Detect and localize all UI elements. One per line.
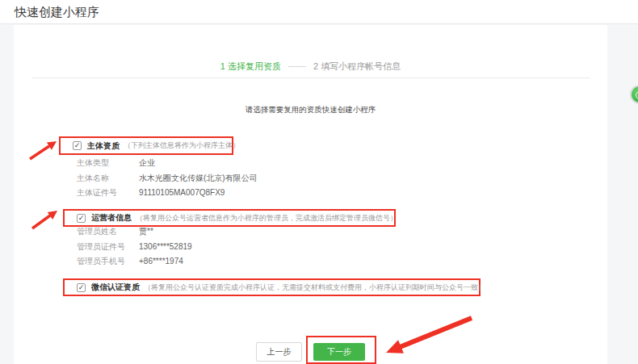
operator-checkbox[interactable]: ✓ [77, 214, 86, 223]
page-title: 快速创建小程序 [15, 0, 99, 24]
table-row: 主体证件号 91110105MA007Q8FX9 [77, 186, 258, 201]
table-row: 管理员姓名 贾** [77, 224, 192, 240]
step-1-label: 1 选择复用资质 [220, 61, 281, 73]
floating-helper-button[interactable] [630, 85, 638, 104]
prompt-text: 请选择需要复用的资质快速创建小程序 [14, 105, 607, 115]
detail-label: 主体证件号 [77, 186, 139, 201]
section-subject-qualification: ✓ 主体资质 （下列主体信息将作为小程序主体） [59, 136, 233, 155]
screen: 快速创建小程序 1 选择复用资质 2 填写小程序帐号信息 请选择需要复用的资质快… [0, 0, 638, 364]
prev-step-button[interactable]: 上一步 [256, 342, 302, 362]
checkbox-check-icon: ✓ [78, 215, 85, 222]
step-separator [288, 66, 306, 67]
section-hint: （将复用公众号运营者信息作为小程序的管理员，完成激活后绑定管理员微信号） [136, 213, 397, 224]
detail-label: 主体名称 [77, 171, 139, 186]
detail-value: 1306****52819 [139, 240, 192, 255]
detail-value: 企业 [139, 156, 155, 171]
detail-value: 贾** [139, 224, 153, 240]
section-hint: （下列主体信息将作为小程序主体） [124, 140, 240, 151]
section-title: 微信认证资质 [91, 282, 140, 293]
operator-details: 管理员姓名 贾** 管理员证件号 1306****52819 管理员手机号 +8… [77, 224, 192, 270]
detail-label: 管理员手机号 [77, 254, 139, 270]
section-title: 主体资质 [87, 140, 120, 152]
verification-checkbox[interactable]: ✓ [77, 283, 86, 292]
detail-value: 91110105MA007Q8FX9 [139, 186, 225, 201]
table-row: 管理员手机号 +86****1974 [77, 254, 192, 270]
table-row: 管理员证件号 1306****52819 [77, 240, 192, 255]
section-title: 运营者信息 [91, 212, 132, 224]
subject-details: 主体类型 企业 主体名称 水木光圈文化传媒(北京)有限公司 主体证件号 9111… [77, 156, 258, 201]
table-row: 主体名称 水木光圈文化传媒(北京)有限公司 [77, 171, 258, 186]
detail-label: 主体类型 [77, 156, 139, 171]
step-indicator: 1 选择复用资质 2 填写小程序帐号信息 [14, 61, 607, 72]
detail-label: 管理员证件号 [77, 240, 139, 255]
table-row: 主体类型 企业 [77, 156, 258, 171]
section-wechat-verification: ✓ 微信认证资质 （将复用公众号认证资质完成小程序认证，无需提交材料或支付费用，… [63, 278, 481, 296]
checkbox-check-icon: ✓ [74, 142, 81, 149]
next-step-button[interactable]: 下一步 [313, 343, 365, 361]
divider [32, 77, 590, 78]
detail-value: +86****1974 [139, 254, 183, 270]
detail-value: 水木光圈文化传媒(北京)有限公司 [139, 171, 258, 186]
subject-checkbox[interactable]: ✓ [73, 141, 82, 150]
step-2-label: 2 填写小程序帐号信息 [313, 61, 401, 73]
detail-label: 管理员姓名 [77, 224, 139, 240]
checkbox-check-icon: ✓ [78, 284, 85, 291]
section-hint: （将复用公众号认证资质完成小程序认证，无需提交材料或支付费用，小程序认证到期时间… [144, 282, 485, 293]
header: 快速创建小程序 [0, 0, 638, 24]
